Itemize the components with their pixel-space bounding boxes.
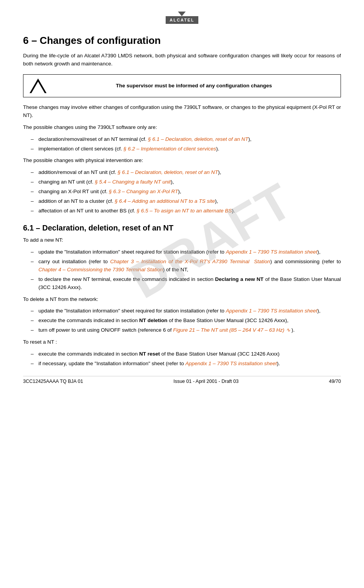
bullet-text: addition/removal of an NT unit (cf. (38, 169, 118, 175)
add-nt-intro: To add a new NT: (23, 236, 341, 244)
bullet-text: implementation of client services (cf. (38, 146, 123, 152)
physical-bullets: addition/removal of an NT unit (cf. § 6.… (23, 169, 341, 215)
bullet-suffix2: ) of the NT, (163, 267, 188, 272)
bullet-suffix: ), (317, 249, 321, 255)
bullet-text: turn off power to unit using ON/OFF swit… (38, 327, 173, 333)
delete-nt-intro: To delete a NT from the network: (23, 296, 341, 304)
bold-nt-reset: NT reset (139, 351, 160, 357)
list-item: update the "Installation information" sh… (23, 248, 341, 256)
list-item: update the "Installation information" sh… (23, 307, 341, 315)
list-item: addition/removal of an NT unit (cf. § 6.… (23, 169, 341, 177)
warning-icon (30, 79, 47, 93)
bullet-text: addition of an NT to a cluster (cf. (38, 198, 115, 204)
link-app1a[interactable]: Appendix 1 – 7390 TS installation sheet (226, 249, 317, 255)
bullet-suffix: ). (216, 146, 219, 152)
para2: The possible changes using the 7390LT so… (23, 124, 341, 132)
link-app1b[interactable]: Appendix 1 – 7390 TS installation sheet (226, 308, 317, 314)
bold-text: Declaring a new NT (215, 276, 263, 282)
bullet-text: affectation of an NT unit to another BS … (38, 208, 136, 214)
bullet-suffix: ). (277, 361, 280, 366)
alcatel-logo: ALCATEL (166, 12, 198, 24)
add-nt-bullets: update the "Installation information" sh… (23, 248, 341, 292)
warning-text: The supervisor must be informed of any c… (53, 83, 334, 89)
delete-nt-bullets: update the "Installation information" sh… (23, 307, 341, 334)
footer-right: 49/70 (329, 379, 341, 384)
link-54[interactable]: § 5.4 – Changing a faulty NT unit (95, 179, 171, 185)
bullet-suffix: ), (248, 136, 251, 142)
link-65[interactable]: § 6.5 – To asign an NT to an alternate B… (136, 208, 232, 214)
list-item: declaration/removal/reset of an NT termi… (23, 135, 341, 144)
bullet-text: execute the commands indicated in sectio… (38, 351, 139, 357)
page-header: ALCATEL (23, 12, 341, 24)
bullet-suffix: ). (290, 327, 295, 333)
logo-label: ALCATEL (170, 18, 194, 22)
link-fig21[interactable]: Figure 21 – The NT unit (85 – 264 V 47 –… (173, 327, 290, 333)
bullet-text: if necessary, update the "Installation i… (38, 361, 185, 366)
list-item: changing an NT unit (cf. § 5.4 – Changin… (23, 178, 341, 186)
list-item: to declare the new NT terminal, execute … (23, 276, 341, 292)
list-item: implementation of client services (cf. §… (23, 145, 341, 153)
link-ch3[interactable]: Chapter 3 – Installation of the X-Pol RT… (110, 259, 270, 264)
para3: The possible changes with physical inter… (23, 157, 341, 165)
list-item: execute the commands indicated in sectio… (23, 317, 341, 325)
list-item: execute the commands indicated in sectio… (23, 350, 341, 358)
reset-nt-intro: To reset a NT : (23, 338, 341, 346)
bullet-suffix: ). (232, 208, 235, 214)
bullet-suffix: ), (178, 189, 181, 194)
bullet-text: carry out installation (refer to (38, 259, 110, 264)
link-61b[interactable]: § 6.1 – Declaration, deletion, reset of … (118, 169, 218, 175)
list-item: if necessary, update the "Installation i… (23, 360, 341, 368)
bullet-suffix: ), (215, 198, 218, 204)
para1: These changes may involve either changes… (23, 104, 341, 120)
page-footer: 3CC12425AAAA TQ BJA 01 Issue 01 - April … (23, 376, 341, 384)
bullet-text: update the "Installation information" sh… (38, 249, 226, 255)
bullet-suffix: ), (218, 169, 221, 175)
section-61-title: 6.1 – Declaration, deletion, reset of an… (23, 224, 341, 232)
footer-center: Issue 01 - April 2001 - Draft 03 (173, 379, 239, 384)
software-bullets: declaration/removal/reset of an NT termi… (23, 135, 341, 153)
logo-triangle-icon (178, 12, 186, 16)
list-item: addition of an NT to a cluster (cf. § 6.… (23, 197, 341, 205)
logo-text: ALCATEL (166, 16, 198, 24)
intro-paragraph: During the life-cycle of an Alcatel A739… (23, 52, 341, 68)
list-item: carry out installation (refer to Chapter… (23, 258, 341, 274)
bullet-text: declaration/removal/reset of an NT termi… (38, 136, 148, 142)
warning-box: The supervisor must be informed of any c… (23, 74, 341, 97)
reset-nt-bullets: execute the commands indicated in sectio… (23, 350, 341, 368)
bold-nt-deletion: NT deletion (139, 317, 168, 323)
bullet-suffix: ), (317, 308, 321, 314)
link-ch4[interactable]: Chapter 4 – Commissioning the 7390 Termi… (38, 267, 163, 272)
bullet-suffix: of the Base Station User Manual (3CC 124… (160, 351, 279, 357)
bullet-text: changing an NT unit (cf. (38, 179, 95, 185)
bullet-text: changing an X-Pol RT unit (cf. (38, 189, 109, 194)
bullet-text: to declare the new NT terminal, execute … (38, 276, 215, 282)
chapter-title: 6 – Changes of configuration (23, 35, 341, 47)
bullet-text: execute the commands indicated in sectio… (38, 317, 139, 323)
list-item: affectation of an NT unit to another BS … (23, 207, 341, 215)
bullet-text: update the "Installation information" sh… (38, 308, 226, 314)
page: ALCATEL 6 – Changes of configuration Dur… (0, 0, 364, 395)
link-63[interactable]: § 6.3 – Changing an X-Pol RT (109, 189, 178, 194)
bullet-suffix: ), (171, 179, 174, 185)
list-item: turn off power to unit using ON/OFF swit… (23, 326, 341, 334)
link-62[interactable]: § 6.2 – Implementation of client service… (123, 146, 216, 152)
link-app1c[interactable]: Appendix 1 – 7390 TS installation sheet (185, 361, 277, 366)
link-64[interactable]: § 6.4 – Adding an additional NT to a TS … (115, 198, 215, 204)
bullet-suffix: of the Base Station User Manual (3CC 124… (167, 317, 288, 323)
link-61[interactable]: § 6.1 – Declaration, deletion, reset of … (148, 136, 248, 142)
footer-left: 3CC12425AAAA TQ BJA 01 (23, 379, 83, 384)
bullet-suffix: ) and commissioning (refer to (270, 259, 341, 264)
list-item: changing an X-Pol RT unit (cf. § 6.3 – C… (23, 188, 341, 196)
